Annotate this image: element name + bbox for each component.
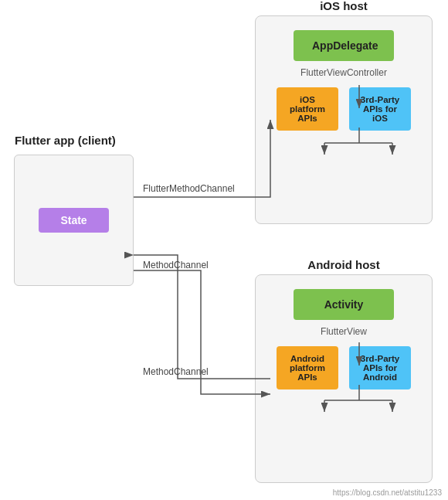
flutterview-label: FlutterView <box>321 326 367 337</box>
method-channel-2-label: MethodChannel <box>143 260 209 270</box>
flutter-client-title: Flutter app (client) <box>15 134 116 147</box>
state-box: State <box>39 208 108 233</box>
app-delegate-box: AppDelegate <box>294 30 394 61</box>
method-channel-1-label: MethodChannel <box>143 366 209 377</box>
third-party-ios-box: 3rd-PartyAPIs foriOS <box>349 87 411 131</box>
android-host-box: Android host Activity FlutterView Androi… <box>255 274 433 483</box>
flutter-client-box: Flutter app (client) State <box>14 155 134 286</box>
third-party-android-box: 3rd-PartyAPIs forAndroid <box>349 346 411 389</box>
ios-inner: AppDelegate FlutterViewController iOSpla… <box>256 30 432 131</box>
activity-box: Activity <box>294 289 394 320</box>
android-inner: Activity FlutterView AndroidplatformAPIs… <box>256 289 432 389</box>
ios-api-row: iOSplatformAPIs 3rd-PartyAPIs foriOS <box>277 87 411 131</box>
android-platform-api-box: AndroidplatformAPIs <box>277 346 338 389</box>
watermark: https://blog.csdn.net/atstitu1233 <box>333 488 442 497</box>
ios-platform-api-box: iOSplatformAPIs <box>277 87 338 131</box>
diagram-container: Flutter app (client) State iOS host AppD… <box>0 0 448 500</box>
flutter-view-controller-label: FlutterViewController <box>300 67 387 78</box>
android-api-row: AndroidplatformAPIs 3rd-PartyAPIs forAnd… <box>277 346 411 389</box>
ios-host-box: iOS host AppDelegate FlutterViewControll… <box>255 15 433 224</box>
android-host-title: Android host <box>307 258 379 271</box>
ios-host-title: iOS host <box>320 0 368 12</box>
flutter-method-channel-label: FlutterMethodChannel <box>143 183 235 194</box>
